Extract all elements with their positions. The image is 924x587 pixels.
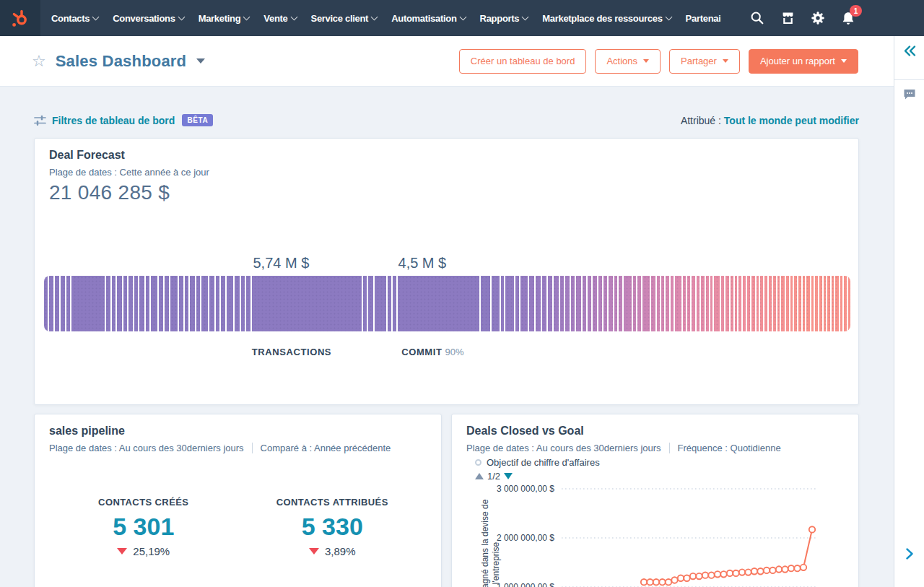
report-date-range: Plage de dates : Au cours des 30derniers…	[466, 443, 661, 453]
metric-delta: 25,19%	[49, 545, 238, 557]
nav-item-label: Contacts	[51, 13, 90, 24]
subtitle-divider	[669, 443, 670, 453]
deal-segment[interactable]	[714, 276, 720, 331]
filter-sliders-icon	[34, 116, 46, 126]
filters-link-label: Filtres de tableau de bord	[52, 115, 175, 126]
nav-item-label: Marketplace des ressources	[542, 13, 662, 24]
chevron-down-icon	[243, 13, 250, 20]
share-button[interactable]: Partager	[669, 49, 740, 74]
delta-value: 3,89%	[325, 545, 356, 557]
deal-segment[interactable]	[675, 276, 681, 331]
expand-panel-icon[interactable]	[905, 547, 914, 563]
chevron-down-icon	[178, 13, 185, 20]
y-axis-tick: 1 000 000,00 $	[466, 582, 554, 587]
y-axis-tick: 3 000 000,00 $	[466, 484, 554, 494]
dashboard-filters-link[interactable]: Filtres de tableau de bord	[34, 115, 175, 126]
stage-probability: 90%	[445, 347, 464, 357]
deal-segment[interactable]	[642, 276, 650, 331]
metric-label: CONTACTS ATTRIBUÉS	[238, 497, 427, 508]
chevron-down-icon	[522, 13, 529, 20]
report-date-range: Plage de dates : Au cours des 30derniers…	[49, 443, 244, 453]
metric-contacts-crees: CONTACTS CRÉÉS 5 301 25,19%	[49, 497, 238, 557]
callout-amount: 5,74 M $	[253, 255, 309, 271]
chart-legend[interactable]: Objectif de chiffre d'affaires	[475, 457, 844, 468]
deal-segment[interactable]	[536, 276, 541, 331]
nav-menu: Contacts Conversations Marketing Vente S…	[40, 0, 749, 36]
collapse-panel-icon[interactable]	[902, 45, 916, 60]
nav-item-marketing[interactable]: Marketing	[191, 13, 257, 24]
nav-item-label: Marketing	[199, 13, 241, 24]
report-title[interactable]: Deal Forecast	[49, 149, 844, 162]
deal-segment[interactable]	[492, 276, 500, 331]
comments-icon[interactable]	[902, 88, 916, 104]
deal-segment[interactable]	[170, 276, 178, 331]
nav-item-rapports[interactable]: Rapports	[473, 13, 536, 24]
forecast-callout-amounts: 5,74 M $ 4,5 M $	[44, 255, 850, 275]
dashboard-title-caret-icon[interactable]	[196, 58, 205, 64]
deal-segment[interactable]	[71, 276, 105, 331]
deal-segment[interactable]	[505, 276, 513, 331]
nav-item-label: Partenaires	[686, 13, 720, 24]
metric-value: 5 330	[238, 513, 427, 541]
deal-segment[interactable]	[375, 276, 387, 331]
notification-badge: 1	[850, 5, 862, 17]
nav-item-conversations[interactable]: Conversations	[105, 13, 191, 24]
button-label: Ajouter un rapport	[760, 56, 835, 66]
deal-segment[interactable]	[252, 276, 362, 331]
settings-icon[interactable]	[810, 10, 826, 26]
hubspot-logo[interactable]	[0, 0, 40, 36]
nav-icon-group: 1	[749, 0, 924, 36]
sales-pipeline-card: sales pipeline Plage de dates : Au cours…	[34, 414, 442, 587]
button-label: Actions	[606, 56, 637, 66]
chevron-down-icon	[665, 13, 672, 20]
stage-name: COMMIT	[401, 347, 442, 357]
deal-segment[interactable]	[520, 276, 528, 331]
deal-segment[interactable]	[151, 276, 157, 331]
caret-down-icon	[643, 59, 649, 63]
delta-value: 25,19%	[133, 545, 170, 557]
report-subtitle: Plage de dates : Au cours des 30derniers…	[466, 443, 844, 453]
nav-item-marketplace[interactable]: Marketplace des ressources	[535, 13, 678, 24]
favorite-star-icon[interactable]: ☆	[32, 53, 46, 69]
nav-item-vente[interactable]: Vente	[256, 13, 303, 24]
callout-amount: 4,5 M $	[398, 255, 447, 271]
report-subtitle: Plage de dates : Au cours des 30derniers…	[49, 443, 427, 453]
report-title[interactable]: Deals Closed vs Goal	[466, 425, 844, 438]
legend-label: Objectif de chiffre d'affaires	[487, 457, 600, 468]
assigned-info: Attribué : Tout le monde peut modifier	[681, 115, 859, 126]
chevron-down-icon	[290, 13, 297, 20]
chevron-down-icon	[371, 13, 378, 20]
bottom-cards-row: sales pipeline Plage de dates : Au cours…	[34, 414, 859, 587]
notifications-icon[interactable]: 1	[840, 10, 856, 26]
dashboard-body: Filtres de tableau de bord BÊTA Attribué…	[0, 87, 894, 587]
metric-delta: 3,89%	[238, 545, 427, 557]
nav-item-contacts[interactable]: Contacts	[44, 13, 105, 24]
search-icon[interactable]	[749, 10, 765, 26]
arrow-down-icon	[309, 548, 319, 555]
deal-segment[interactable]	[201, 276, 208, 331]
deal-segment[interactable]	[227, 276, 233, 331]
deal-forecast-bar	[44, 276, 850, 331]
nav-item-service-client[interactable]: Service client	[304, 13, 385, 24]
forecast-total: 21 046 285 $	[49, 181, 844, 204]
report-compare: Comparé à : Année précédente	[261, 443, 391, 453]
report-title[interactable]: sales pipeline	[49, 425, 427, 438]
pager-down-icon[interactable]	[504, 473, 513, 479]
marketplace-icon[interactable]	[780, 10, 796, 26]
page: ☆ Sales Dashboard Créer un tableau de bo…	[0, 36, 894, 587]
legend-ring-icon	[475, 459, 481, 466]
deal-segment[interactable]	[848, 276, 850, 331]
nav-item-partenaires[interactable]: Partenaires	[679, 13, 720, 24]
create-dashboard-button[interactable]: Créer un tableau de bord	[459, 49, 587, 74]
deal-forecast-card: Deal Forecast Plage de dates : Cette ann…	[34, 138, 859, 405]
stage-name: TRANSACTIONS	[252, 347, 331, 357]
deal-segment[interactable]	[624, 276, 631, 331]
add-report-button[interactable]: Ajouter un rapport	[749, 49, 858, 74]
actions-button[interactable]: Actions	[595, 49, 661, 74]
deal-segment[interactable]	[481, 276, 490, 331]
chevron-down-icon	[459, 13, 466, 20]
deal-segment[interactable]	[398, 276, 480, 331]
dashboard-title[interactable]: Sales Dashboard	[56, 52, 187, 71]
nav-item-automatisation[interactable]: Automatisation	[384, 13, 472, 24]
assigned-permission-link[interactable]: Tout le monde peut modifier	[724, 115, 859, 126]
